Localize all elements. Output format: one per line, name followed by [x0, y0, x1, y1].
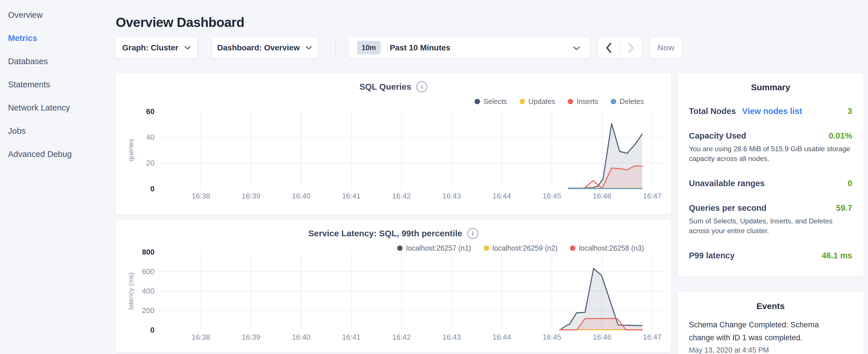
info-icon[interactable]: i: [416, 81, 427, 92]
service-latency-chart-title: Service Latency: SQL, 99th percentile: [308, 229, 462, 238]
unavailable-ranges-value: 0: [848, 179, 852, 188]
view-nodes-list-link[interactable]: View nodes list: [742, 106, 802, 116]
svg-text:16:45: 16:45: [542, 333, 561, 342]
sidebar-item-overview[interactable]: Overview: [8, 3, 115, 27]
svg-text:40: 40: [146, 133, 154, 141]
chevron-left-icon: [606, 43, 612, 53]
app-screen: OverviewMetricsDatabasesStatementsNetwor…: [0, 0, 868, 354]
svg-text:16:44: 16:44: [492, 333, 511, 342]
info-icon[interactable]: i: [467, 228, 478, 239]
dashboard-selector-label: Dashboard: Overview: [217, 43, 300, 53]
unavailable-ranges-label: Unavailable ranges: [689, 179, 765, 188]
legend-dot-icon: [568, 99, 573, 104]
total-nodes-value: 3: [848, 106, 852, 116]
svg-text:queries: queries: [127, 139, 135, 162]
svg-text:800: 800: [142, 248, 154, 256]
summary-row-queries-per-second: Queries per second 59.7 Sum of Selects, …: [689, 196, 852, 243]
service-latency-chart[interactable]: 16:3816:3916:4016:4116:4216:4316:4416:45…: [116, 248, 672, 346]
time-step-buttons: [597, 37, 642, 59]
svg-text:60: 60: [146, 107, 154, 116]
time-back-button[interactable]: [597, 37, 620, 59]
summary-row-p99-latency: P99 latency 46.1 ms: [689, 243, 852, 268]
p99-latency-label: P99 latency: [689, 251, 735, 260]
events-panel: Events Schema Change Completed: Schema c…: [677, 291, 864, 354]
toolbar: Graph: Cluster Dashboard: Overview 10m P…: [115, 37, 682, 59]
summary-row-unavailable-ranges: Unavailable ranges 0: [689, 171, 852, 196]
svg-text:16:42: 16:42: [392, 333, 411, 342]
svg-text:16:40: 16:40: [292, 192, 310, 200]
svg-text:16:45: 16:45: [542, 192, 561, 200]
sidebar-nav: OverviewMetricsDatabasesStatementsNetwor…: [0, 0, 115, 354]
svg-text:16:38: 16:38: [191, 333, 210, 342]
sidebar-item-metrics[interactable]: Metrics: [8, 27, 115, 50]
sidebar-item-statements[interactable]: Statements: [8, 73, 115, 96]
chevron-down-icon: [184, 46, 191, 50]
events-title: Events: [689, 301, 852, 311]
queries-per-second-label: Queries per second: [689, 203, 767, 213]
svg-text:latency (ms): latency (ms): [127, 272, 135, 310]
sql-queries-chart-card: SQL Queries i SelectsUpdatesInsertsDelet…: [115, 72, 672, 215]
sidebar-list: OverviewMetricsDatabasesStatementsNetwor…: [8, 3, 115, 166]
svg-text:16:40: 16:40: [292, 333, 310, 342]
graph-selector-label: Graph: Cluster: [122, 43, 178, 53]
svg-text:16:46: 16:46: [593, 333, 611, 342]
graph-selector-dropdown[interactable]: Graph: Cluster: [115, 37, 198, 59]
total-nodes-label: Total Nodes: [689, 106, 736, 116]
svg-text:16:39: 16:39: [242, 192, 260, 200]
sidebar-item-advanced-debug[interactable]: Advanced Debug: [8, 142, 115, 166]
summary-panel: Summary Total Nodes View nodes list 3 Ca…: [677, 72, 864, 277]
events-list: Schema Change Completed: Schema change w…: [689, 319, 852, 354]
sql-queries-chart[interactable]: 16:3816:3916:4016:4116:4216:4316:4416:45…: [116, 104, 672, 204]
svg-text:16:38: 16:38: [191, 192, 210, 200]
capacity-used-label: Capacity Used: [689, 131, 746, 141]
dashboard-selector-dropdown[interactable]: Dashboard: Overview: [212, 37, 318, 59]
svg-text:0: 0: [150, 326, 154, 334]
event-item: Schema Change Completed: Schema change w…: [689, 319, 852, 354]
queries-per-second-value: 59.7: [836, 203, 852, 213]
time-window-label: Past 10 Minutes: [390, 43, 451, 53]
svg-text:16:44: 16:44: [492, 192, 511, 200]
svg-text:16:46: 16:46: [593, 192, 611, 200]
page-title: Overview Dashboard: [116, 14, 244, 30]
chevron-down-icon: [573, 46, 580, 51]
summary-row-total-nodes: Total Nodes View nodes list 3: [689, 99, 852, 123]
svg-text:200: 200: [142, 306, 154, 315]
chart-title-row: SQL Queries i: [116, 81, 671, 92]
svg-text:16:42: 16:42: [392, 192, 411, 200]
event-message: Schema Change Completed: Schema change w…: [689, 319, 821, 344]
svg-text:20: 20: [146, 159, 154, 167]
svg-text:0: 0: [150, 185, 154, 193]
p99-latency-value: 46.1 ms: [822, 251, 852, 260]
sidebar-item-network-latency[interactable]: Network Latency: [8, 96, 115, 120]
svg-text:16:43: 16:43: [442, 192, 461, 200]
chevron-right-icon: [628, 43, 634, 53]
svg-text:16:47: 16:47: [643, 333, 661, 342]
svg-text:400: 400: [142, 287, 154, 295]
event-timestamp: May 13, 2020 at 4:45 PM: [689, 346, 852, 354]
summary-title: Summary: [689, 83, 852, 92]
capacity-used-description: You are using 28.6 MiB of 515.9 GiB usab…: [689, 144, 852, 164]
now-button[interactable]: Now: [650, 37, 682, 59]
svg-text:16:41: 16:41: [342, 192, 361, 200]
time-forward-button[interactable]: [620, 37, 642, 59]
time-window-badge: 10m: [357, 41, 380, 55]
toolbar-divider: [336, 37, 336, 59]
service-latency-chart-card: Service Latency: SQL, 99th percentile i …: [115, 219, 672, 352]
legend-dot-icon: [611, 99, 616, 104]
summary-row-capacity-used: Capacity Used 0.01% You are using 28.6 M…: [689, 123, 852, 171]
svg-text:16:43: 16:43: [442, 333, 461, 342]
chevron-down-icon: [306, 46, 312, 50]
svg-text:16:47: 16:47: [643, 192, 661, 200]
svg-text:16:41: 16:41: [342, 333, 361, 342]
sidebar-item-jobs[interactable]: Jobs: [8, 120, 115, 142]
svg-text:600: 600: [142, 267, 154, 276]
svg-text:16:39: 16:39: [242, 333, 260, 342]
sidebar-item-databases[interactable]: Databases: [8, 50, 115, 73]
legend-dot-icon: [520, 99, 525, 104]
legend-dot-icon: [474, 99, 480, 104]
chart-title-row: Service Latency: SQL, 99th percentile i: [116, 228, 671, 239]
queries-per-second-description: Sum of Selects, Updates, Inserts, and De…: [689, 216, 852, 236]
time-range-selector[interactable]: 10m Past 10 Minutes: [348, 37, 590, 59]
sql-queries-chart-title: SQL Queries: [359, 82, 411, 92]
capacity-used-value: 0.01%: [829, 131, 852, 141]
